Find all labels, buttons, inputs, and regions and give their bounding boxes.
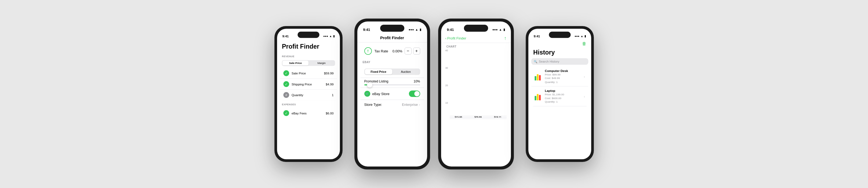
promoted-value: 10% (413, 80, 420, 83)
mini-bar-y-2 (537, 94, 538, 100)
stepper-minus[interactable]: − (405, 48, 411, 55)
history-price-1: Price: $99.99 (545, 73, 584, 76)
ebay-store-row[interactable]: 🛒 eBay Store (361, 88, 424, 100)
expense1-icon: ✓ (283, 110, 289, 116)
history-chart-icon-1 (534, 72, 542, 80)
time-3: 9:41 (447, 28, 454, 32)
dynamic-island-4 (549, 32, 570, 38)
phone3-content: ‹ Profit Finder ↑ CHART 40 30 20 10 (441, 35, 511, 166)
history-name-1: Computer Desk (545, 69, 584, 73)
time-1: 9:41 (282, 34, 288, 38)
list-item-shipping[interactable]: ✓ Shipping Price $4.99 (280, 79, 337, 90)
slider-track[interactable] (364, 84, 420, 85)
p2-nav-title: Profit Finder (380, 35, 404, 40)
tax-rate-value: 0.00% (393, 49, 402, 53)
p4-navbar: 🗑 (528, 41, 591, 48)
history-item-1[interactable]: Computer Desk Price: $99.99 Cost: $49.99… (531, 67, 588, 87)
phones-container: 9:41 ●●● ▲ ▮ Profit Finder REVENUE Sale … (246, 19, 622, 169)
battery-icon-4: ▮ (584, 34, 586, 38)
segment-control-1[interactable]: Sale Price Margin (282, 60, 335, 66)
expense1-value: $6.00 (326, 111, 334, 115)
history-chevron-1: › (584, 75, 585, 79)
battery-icon-3: ▮ (503, 28, 505, 31)
ebay-store-icon: 🛒 (364, 91, 370, 97)
history-qty-1: Quantity: 1 (545, 80, 584, 84)
phone2-content: Profit Finder T Tax Rate 0.00% − + EBAY (358, 35, 427, 166)
ebay-store-toggle[interactable] (409, 91, 420, 97)
wifi-icon-3: ▲ (499, 28, 502, 31)
seg-margin[interactable]: Margin (309, 61, 335, 66)
chart-area: 40 30 20 10 (445, 49, 507, 124)
phone2-wrapper: 9:41 ●●● ▲ ▮ Profit Finder T Tax Rate 0.… (355, 19, 430, 169)
y-40: 40 (445, 49, 448, 52)
store-type-value: Enterprise (402, 103, 418, 106)
revenue-list: ✓ Sale Price $59.99 ✓ Shipping Price $4.… (280, 68, 337, 100)
phone2: 9:41 ●●● ▲ ▮ Profit Finder T Tax Rate 0.… (355, 19, 430, 169)
phone3-inner: 9:41 ●●● ▲ ▮ ‹ Profit Finder ↑ (441, 22, 511, 166)
mini-bar-g-2 (534, 96, 536, 100)
search-bar[interactable]: 🔍 Search History (531, 58, 588, 65)
seg-auction[interactable]: Auction (392, 69, 420, 74)
phone1-inner: 9:41 ●●● ▲ ▮ Profit Finder REVENUE Sale … (277, 29, 340, 159)
history-info-1: Computer Desk Price: $99.99 Cost: $49.99… (545, 69, 584, 84)
bar-value-2: $29.99 (474, 116, 482, 119)
quantity-icon: # (283, 92, 289, 98)
slider-labels: Promoted Listing 10% (364, 80, 420, 83)
signal-icon-3: ●●● (492, 28, 498, 31)
signal-icon: ●●● (323, 35, 328, 38)
dynamic-island-2 (380, 25, 404, 32)
revenue-label: REVENUE (277, 53, 340, 59)
trash-button[interactable]: 🗑 (582, 41, 586, 46)
history-item-2[interactable]: Laptop Price: $1,199.00 Cost: $600.00 Qu… (531, 87, 588, 106)
signal-icon-4: ●●● (575, 35, 579, 38)
phone2-inner: 9:41 ●●● ▲ ▮ Profit Finder T Tax Rate 0.… (358, 22, 427, 166)
tax-stepper[interactable]: − + (405, 48, 420, 55)
phone1-content: Profit Finder REVENUE Sale Price Margin … (277, 41, 340, 159)
p3-navbar: ‹ Profit Finder ↑ (441, 35, 511, 43)
signal-icon-2: ●●● (409, 28, 414, 31)
search-placeholder-text: Search History (538, 60, 559, 63)
phone3: 9:41 ●●● ▲ ▮ ‹ Profit Finder ↑ (438, 19, 514, 169)
list-item-expense-1[interactable]: ✓ eBay Fees $6.00 (280, 108, 337, 119)
ebay-segment[interactable]: Fixed Price Auction (364, 68, 420, 75)
back-button[interactable]: ‹ Profit Finder (445, 36, 466, 40)
mini-bar-r-2 (539, 95, 540, 100)
stepper-plus[interactable]: + (413, 48, 420, 55)
sale-price-label: Sale Price (291, 71, 324, 75)
history-list: Computer Desk Price: $99.99 Cost: $49.99… (531, 67, 588, 106)
bar-group-2: $29.99 (469, 116, 487, 119)
sale-price-value: $59.99 (324, 71, 334, 75)
phone4-wrapper: 9:41 ●●● ▲ ▮ 🗑 History 🔍 Sea (526, 26, 594, 162)
slider-thumb[interactable] (367, 82, 372, 88)
chart-bars: $15.88 $29.99 (450, 116, 507, 124)
store-type-row[interactable]: Store Type: Enterprise › (361, 100, 424, 109)
ebay-segment-row: Fixed Price Auction (361, 66, 424, 78)
expenses-label: EXPENSES (277, 101, 340, 107)
seg-fixed-price[interactable]: Fixed Price (365, 69, 392, 74)
dynamic-island-3 (464, 25, 488, 32)
p2-navbar: Profit Finder (358, 35, 427, 42)
y-20: 20 (445, 84, 448, 87)
status-icons-2: ●●● ▲ ▮ (409, 28, 421, 31)
wifi-icon-2: ▲ (415, 28, 418, 31)
dynamic-island-1 (298, 32, 319, 38)
seg-sale-price[interactable]: Sale Price (282, 61, 308, 66)
tax-rate-row[interactable]: T Tax Rate 0.00% − + (361, 44, 424, 58)
list-item-quantity[interactable]: # Quantity 1 (280, 90, 337, 100)
mini-bar-g-1 (534, 76, 536, 80)
shipping-value: $4.99 (326, 82, 334, 86)
phone4-inner: 9:41 ●●● ▲ ▮ 🗑 History 🔍 Sea (528, 29, 591, 159)
history-title: History (528, 48, 591, 58)
share-button[interactable]: ↑ (504, 35, 507, 41)
phone4-content: 🗑 History 🔍 Search History (528, 41, 591, 159)
tax-rate-label: Tax Rate (375, 49, 393, 53)
status-icons-3: ●●● ▲ ▮ (492, 28, 505, 31)
list-item-sale-price[interactable]: ✓ Sale Price $59.99 (280, 68, 337, 79)
status-icons-1: ●●● ▲ ▮ (323, 34, 335, 38)
expenses-list: ✓ eBay Fees $6.00 (280, 108, 337, 119)
search-icon: 🔍 (533, 60, 537, 63)
history-info-2: Laptop Price: $1,199.00 Cost: $600.00 Qu… (545, 89, 584, 104)
shipping-icon: ✓ (283, 81, 289, 87)
history-name-2: Laptop (545, 89, 584, 93)
ebay-list: Fixed Price Auction Promoted Listing 10% (361, 66, 424, 109)
